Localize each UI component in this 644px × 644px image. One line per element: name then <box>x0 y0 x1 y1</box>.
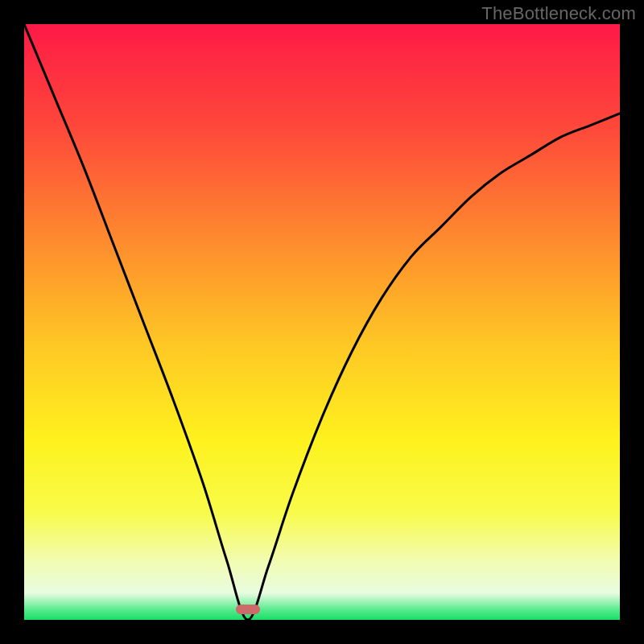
bottleneck-curve <box>24 24 620 620</box>
watermark-text: TheBottleneck.com <box>481 3 636 24</box>
plot-frame <box>24 24 620 620</box>
optimal-marker <box>236 605 260 614</box>
